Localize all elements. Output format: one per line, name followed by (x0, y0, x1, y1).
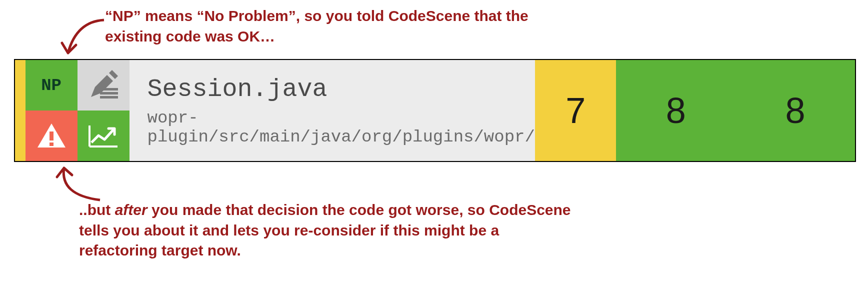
annotation-bottom-suffix: you made that decision the code got wors… (79, 202, 571, 258)
warning-triangle-icon (36, 122, 66, 150)
score-yellow-value: 7 (566, 90, 586, 131)
status-grid: NP (26, 60, 130, 161)
score-green-value-b: 8 (786, 90, 806, 131)
score-green-value-a: 8 (666, 90, 686, 131)
trend-up-icon (88, 124, 120, 148)
annotation-bottom: ..but after you made that decision the c… (79, 200, 579, 261)
np-badge-label: NP (41, 76, 62, 95)
file-path: wopr-plugin/src/main/java/org/plugins/wo… (148, 108, 535, 146)
trend-cell[interactable] (78, 110, 130, 161)
annotation-top: “NP” means “No Problem”, so you told Cod… (105, 6, 565, 46)
annotation-bottom-prefix: ..but (79, 202, 115, 218)
np-badge[interactable]: NP (26, 60, 78, 110)
warning-cell[interactable] (26, 110, 78, 161)
score-green-cell: 8 8 (616, 60, 855, 161)
arrow-bottom (50, 165, 105, 205)
priority-stripe (15, 60, 26, 161)
svg-rect-3 (50, 132, 54, 140)
arrow-top (59, 14, 109, 64)
file-name: Session.java (148, 75, 535, 104)
svg-rect-4 (50, 142, 54, 146)
file-info[interactable]: Session.java wopr-plugin/src/main/java/o… (130, 60, 535, 161)
score-yellow-cell: 7 (535, 60, 616, 161)
svg-rect-0 (100, 88, 118, 90)
annotation-bottom-em: after (115, 202, 148, 218)
svg-rect-1 (100, 92, 118, 94)
edit-cell[interactable] (78, 60, 130, 110)
hotspot-row: NP (14, 59, 856, 162)
edit-pencil-icon (86, 68, 121, 103)
annotation-top-text: “NP” means “No Problem”, so you told Cod… (105, 8, 528, 44)
svg-rect-2 (100, 96, 118, 98)
